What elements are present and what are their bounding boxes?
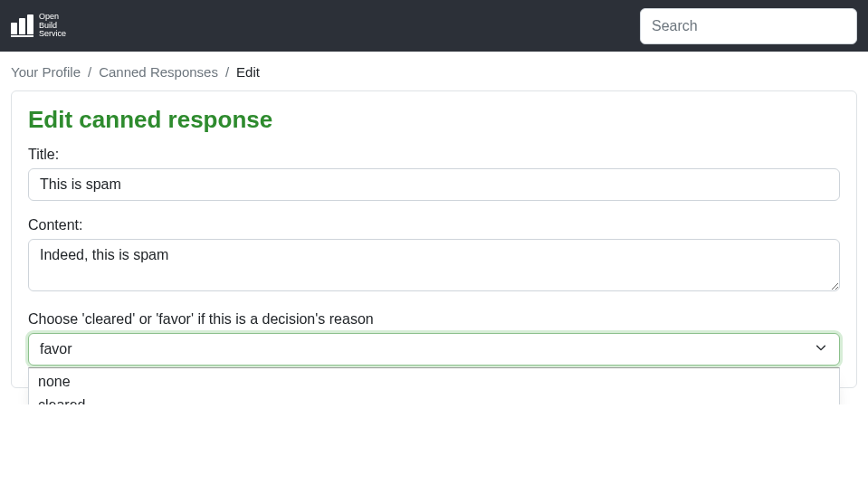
breadcrumb-link-profile[interactable]: Your Profile bbox=[11, 64, 81, 80]
decision-group: Choose 'cleared' or 'favor' if this is a… bbox=[28, 311, 840, 366]
breadcrumb-separator: / bbox=[225, 64, 229, 80]
breadcrumb-separator: / bbox=[88, 64, 91, 80]
breadcrumb: Your Profile / Canned Responses / Edit bbox=[0, 52, 868, 90]
search-wrap bbox=[640, 8, 857, 44]
navbar: Open Build Service bbox=[0, 0, 868, 52]
breadcrumb-active: Edit bbox=[236, 64, 260, 80]
decision-select[interactable]: favor bbox=[28, 333, 840, 366]
obs-logo-icon bbox=[11, 15, 33, 37]
content-group: Content: Indeed, this is spam bbox=[28, 217, 840, 295]
title-group: Title: bbox=[28, 147, 840, 201]
logo-text: Open Build Service bbox=[39, 13, 66, 38]
decision-dropdown: none cleared favor bbox=[28, 367, 840, 404]
title-input[interactable] bbox=[28, 168, 840, 201]
logo[interactable]: Open Build Service bbox=[11, 13, 66, 38]
decision-option-none[interactable]: none bbox=[31, 370, 837, 394]
breadcrumb-link-canned-responses[interactable]: Canned Responses bbox=[99, 64, 218, 80]
content-textarea[interactable]: Indeed, this is spam bbox=[28, 239, 840, 291]
decision-option-cleared[interactable]: cleared bbox=[31, 394, 837, 404]
decision-select-wrap: favor none cleared favor bbox=[28, 333, 840, 366]
title-label: Title: bbox=[28, 147, 840, 163]
search-input[interactable] bbox=[640, 8, 857, 44]
decision-label: Choose 'cleared' or 'favor' if this is a… bbox=[28, 311, 840, 328]
edit-card: Edit canned response Title: Content: Ind… bbox=[11, 90, 857, 388]
content-label: Content: bbox=[28, 217, 840, 233]
page-title: Edit canned response bbox=[28, 106, 840, 134]
